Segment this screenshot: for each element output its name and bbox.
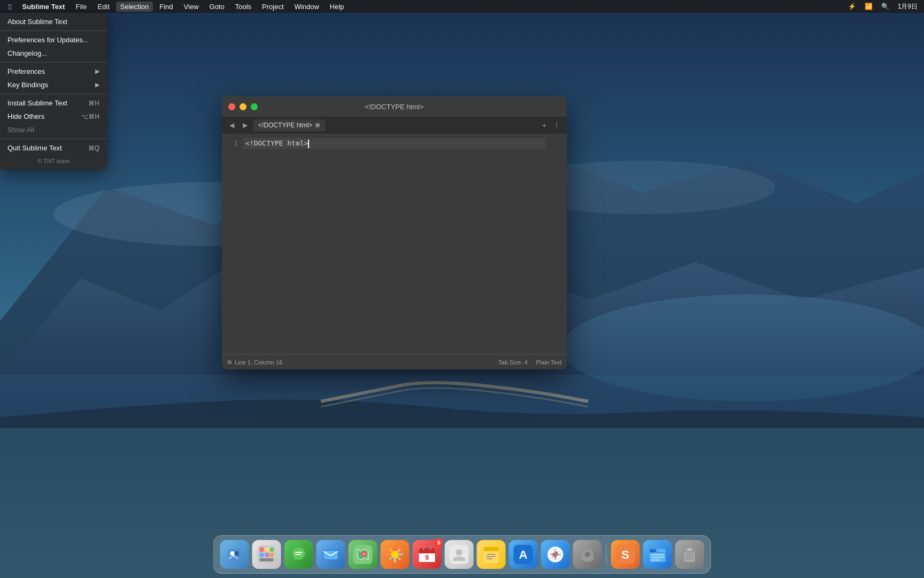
dock-item-files[interactable] — [643, 540, 672, 569]
dropdown-divider-3 — [0, 94, 107, 94]
svg-rect-15 — [265, 553, 270, 557]
menu-search-icon[interactable]: 🔍 — [879, 2, 891, 11]
dropdown-hide-others-label: Hide Others — [7, 112, 44, 120]
menu-wifi-icon: 📶 — [863, 2, 875, 11]
svg-rect-12 — [265, 547, 270, 552]
window-minimize-button[interactable] — [240, 103, 247, 110]
dock-item-settings[interactable] — [573, 540, 602, 569]
dock-item-launchpad[interactable] — [252, 540, 281, 569]
apple-menu[interactable]:  — [4, 1, 16, 12]
menu-edit[interactable]: Edit — [93, 2, 113, 12]
line-numbers: 1 — [222, 134, 243, 354]
menu-project[interactable]: Project — [258, 2, 288, 12]
dropdown-quit-label: Quit Sublime Text — [7, 144, 62, 152]
text-cursor — [308, 140, 309, 148]
line-number-1: 1 — [222, 138, 238, 149]
dock-item-mail[interactable] — [317, 540, 345, 569]
dock-item-maps[interactable] — [349, 540, 378, 569]
code-text: <!DOCTYPE html> — [245, 139, 308, 147]
svg-rect-66 — [651, 559, 660, 561]
svg-point-3 — [561, 294, 924, 401]
status-tab-size[interactable]: Tab Size: 4 — [498, 359, 527, 366]
svg-rect-16 — [271, 553, 274, 557]
menu-view[interactable]: View — [180, 2, 203, 12]
menu-window[interactable]: Window — [290, 2, 324, 12]
dock-item-messages[interactable] — [284, 540, 313, 569]
status-bar: ⊞ Line 1, Column 16 Tab Size: 4 Plain Te… — [222, 354, 567, 369]
dropdown-changelog[interactable]: Changelog... — [0, 47, 107, 60]
svg-rect-64 — [651, 554, 664, 556]
menu-right: ⚡ 📶 🔍 1月9日 — [846, 1, 920, 12]
svg-rect-65 — [651, 557, 664, 558]
dropdown-quit-shortcut: ⌘Q — [88, 144, 99, 152]
menu-selection[interactable]: Selection — [116, 2, 153, 12]
dropdown-hide-others-shortcut: ⌥⌘H — [81, 113, 99, 120]
dropdown-key-bindings-arrow: ▶ — [95, 81, 99, 88]
dock-item-fantastical[interactable]: 9 9 — [413, 540, 442, 569]
svg-text:9: 9 — [425, 554, 429, 561]
dock: 9 9 A S — [213, 535, 711, 574]
dropdown-preferences-label: Preferences — [7, 67, 45, 75]
editor-area: 1 <!DOCTYPE html> — — [222, 134, 567, 354]
dropdown-preferences-updates-label: Preferences for Updates... — [7, 36, 89, 44]
dropdown-menu: About Sublime Text Preferences for Updat… — [0, 13, 107, 170]
minimap: — — [545, 134, 567, 354]
dock-item-safari[interactable] — [541, 540, 570, 569]
dropdown-show-all[interactable]: Show All — [0, 123, 107, 136]
status-left: ⊞ Line 1, Column 16 — [227, 359, 282, 366]
dropdown-preferences-arrow: ▶ — [95, 68, 99, 75]
svg-rect-35 — [419, 551, 435, 553]
dropdown-preferences-updates[interactable]: Preferences for Updates... — [0, 33, 107, 47]
status-position[interactable]: Line 1, Column 16 — [235, 359, 282, 366]
status-syntax[interactable]: Plain Text — [536, 359, 562, 366]
menu-help[interactable]: Help — [326, 2, 349, 12]
dock-item-finder[interactable] — [220, 540, 249, 569]
dock-item-sublime[interactable]: S — [611, 540, 640, 569]
tab-add-button[interactable]: + — [540, 120, 549, 131]
menu-date: 1月9日 — [896, 1, 920, 12]
svg-rect-13 — [271, 547, 274, 552]
tab-prev-button[interactable]: ◀ — [226, 119, 237, 131]
dropdown-install-label: Install Sublime Text — [7, 99, 67, 107]
dropdown-hide-others[interactable]: Hide Others ⌥⌘H — [0, 110, 107, 123]
dropdown-divider-1 — [0, 31, 107, 31]
dropdown-about[interactable]: About Sublime Text — [0, 15, 107, 28]
dropdown-install[interactable]: Install Sublime Text ⌘H — [0, 96, 107, 110]
tab-next-button[interactable]: ▶ — [240, 119, 251, 131]
dock-item-contacts[interactable] — [445, 540, 474, 569]
svg-rect-63 — [650, 549, 657, 552]
dock-item-appstore[interactable]: A — [509, 540, 538, 569]
window-title: <!DOCTYPE html> — [365, 103, 424, 111]
menu-app-name-display[interactable]: Sublime Text — [18, 2, 69, 12]
menubar:  File Sublime Text File Edit Selection … — [0, 0, 924, 13]
svg-point-9 — [235, 551, 239, 556]
svg-rect-69 — [687, 548, 692, 551]
dock-item-trash[interactable] — [675, 540, 704, 569]
svg-point-59 — [585, 552, 590, 557]
code-line-1[interactable]: <!DOCTYPE html> — [243, 138, 545, 149]
status-right: Tab Size: 4 Plain Text — [498, 359, 561, 366]
window-maximize-button[interactable] — [251, 103, 258, 110]
svg-rect-17 — [260, 558, 274, 561]
menu-file[interactable]: File — [71, 2, 91, 12]
dropdown-footer: © TNT team — [0, 155, 107, 168]
menu-tools[interactable]: Tools — [231, 2, 256, 12]
dock-item-photos[interactable] — [381, 540, 410, 569]
dropdown-quit[interactable]: Quit Sublime Text ⌘Q — [0, 141, 107, 155]
menu-goto[interactable]: Goto — [205, 2, 229, 12]
tab-menu-button[interactable]: ⋮ — [551, 120, 563, 131]
svg-line-29 — [390, 550, 392, 552]
tab-bar: ◀ ▶ <!DOCTYPE html> + ⋮ — [222, 117, 567, 134]
dropdown-preferences[interactable]: Preferences ▶ — [0, 65, 107, 78]
menu-find[interactable]: Find — [155, 2, 177, 12]
window-close-button[interactable] — [228, 103, 235, 110]
window-titlebar: <!DOCTYPE html> — [222, 96, 567, 117]
minimap-content: — — [556, 138, 558, 142]
tab-label: <!DOCTYPE html> — [258, 121, 312, 129]
editor-content[interactable]: <!DOCTYPE html> — [243, 134, 545, 354]
dropdown-key-bindings[interactable]: Key Bindings ▶ — [0, 78, 107, 92]
active-tab[interactable]: <!DOCTYPE html> — [253, 119, 325, 131]
dock-item-notes[interactable] — [477, 540, 506, 569]
svg-text:S: S — [621, 548, 629, 561]
svg-text:A: A — [519, 548, 528, 561]
